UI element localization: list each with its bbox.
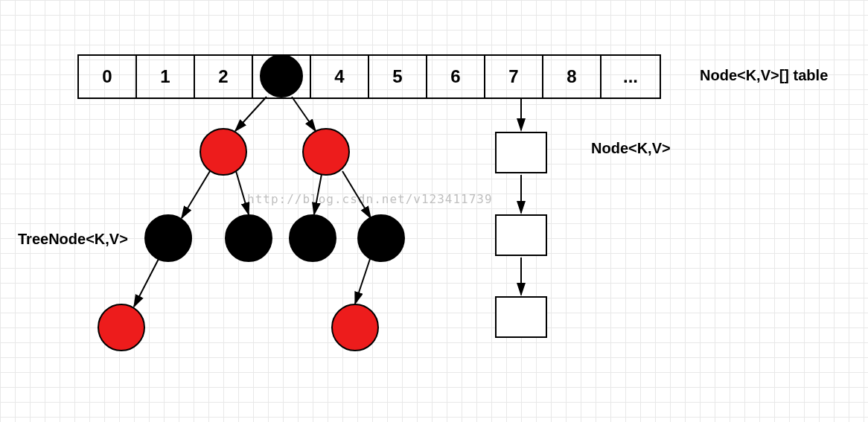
cell-7: 7	[485, 56, 543, 97]
hash-table-array: 0 1 2 4 5 6 7 8 ...	[77, 54, 661, 99]
cell-0: 0	[79, 56, 137, 97]
cell-ellipsis: ...	[601, 56, 660, 97]
tree-l1-node-0	[200, 128, 247, 176]
svg-line-0	[235, 97, 267, 131]
node-label: Node<K,V>	[591, 140, 671, 157]
svg-line-7	[355, 259, 370, 304]
list-box-1	[495, 214, 547, 256]
list-box-0	[495, 132, 547, 173]
tree-l3-node-0	[98, 304, 145, 351]
table-label: Node<K,V>[] table	[700, 67, 828, 84]
tree-l2-node-0	[144, 214, 192, 262]
list-box-2	[495, 296, 547, 338]
cell-3	[253, 56, 311, 97]
svg-line-1	[292, 97, 316, 131]
tree-l2-node-1	[225, 214, 272, 262]
tree-l1-node-1	[302, 128, 350, 176]
cell-8: 8	[543, 56, 601, 97]
tree-l2-node-3	[357, 214, 405, 262]
tree-l3-node-1	[331, 304, 379, 351]
svg-line-2	[182, 171, 210, 218]
cell-4: 4	[311, 56, 369, 97]
cell-5: 5	[369, 56, 427, 97]
tree-root-node	[260, 54, 303, 97]
cell-6: 6	[427, 56, 485, 97]
svg-line-6	[134, 259, 159, 307]
cell-2: 2	[195, 56, 253, 97]
cell-1: 1	[137, 56, 195, 97]
tree-l2-node-2	[289, 214, 336, 262]
watermark-text: http://blog.csdn.net/v123411739	[247, 192, 493, 206]
treenode-label: TreeNode<K,V>	[18, 231, 128, 248]
